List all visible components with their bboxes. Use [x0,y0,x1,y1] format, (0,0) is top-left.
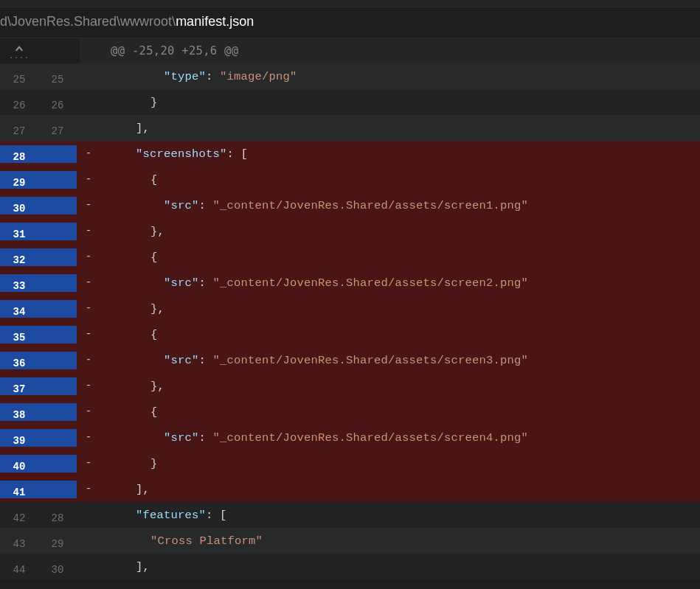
line-number-new: 30 [38,558,77,576]
diff-line[interactable]: 35-{ [0,321,700,347]
diff-line[interactable]: 33-"src": "_content/JovenRes.Shared/asse… [0,270,700,296]
gutter: 4329 [0,532,77,550]
diff-marker: - [80,302,97,315]
line-number-new: 29 [38,532,77,550]
line-number-new [38,197,77,215]
code-content: "src": "_content/JovenRes.Shared/assets/… [97,199,700,212]
diff-marker: - [80,225,97,237]
expand-hunk-icon[interactable]: .... [0,38,38,63]
diff-line[interactable]: 29-{ [0,167,700,192]
line-number-old: 27 [0,119,38,137]
line-number-old: 42 [0,506,38,524]
diff-marker: - [80,173,97,186]
diff-line[interactable]: 30-"src": "_content/JovenRes.Shared/asse… [0,192,700,218]
line-number-new [38,248,77,266]
line-number-new [38,300,77,318]
diff-line[interactable]: 41-], [0,476,700,502]
diff-line[interactable]: 2525"type": "image/png" [0,63,700,89]
diff-line[interactable]: 31-}, [0,218,700,244]
line-number-old: 41 [0,481,38,498]
line-number-new [38,171,77,189]
code-content: "src": "_content/JovenRes.Shared/assets/… [97,276,700,290]
diff-marker: - [80,354,97,366]
line-number-new [38,403,77,421]
line-number-old: 39 [0,429,38,447]
diff-line[interactable]: 28-"screenshots": [ [0,141,700,167]
line-number-new [38,274,77,292]
line-number-old: 38 [0,403,38,421]
line-number-new [38,145,77,163]
gutter: 39 [0,429,77,447]
gutter: 34 [0,300,77,318]
line-number-old: 30 [0,197,38,215]
gutter: 32 [0,248,77,266]
gutter: 2525 [0,68,77,86]
diff-line[interactable]: 2727], [0,115,700,141]
gutter: 41 [0,481,77,498]
gutter: 2626 [0,94,77,111]
diff-marker: - [80,147,97,160]
code-content: }, [97,225,700,238]
code-content: ], [97,122,700,135]
diff-lines: 2525"type": "image/png"2626}2727],28-"sc… [0,63,700,579]
diff-line[interactable]: 39-"src": "_content/JovenRes.Shared/asse… [0,425,700,450]
gutter: 31 [0,223,77,240]
diff-marker: - [80,251,97,263]
file-path-dir: d\JovenRes.Shared\wwwroot\ [0,14,176,29]
code-content: "src": "_content/JovenRes.Shared/assets/… [97,354,700,367]
diff-line[interactable]: 38-{ [0,399,700,425]
gutter: 40 [0,455,77,473]
gutter: 28 [0,145,77,163]
diff-marker: - [80,405,97,418]
diff-line[interactable]: 4430], [0,554,700,579]
gutter: 2727 [0,119,77,137]
line-number-old: 35 [0,326,38,344]
code-content: } [97,457,700,470]
gutter: 35 [0,326,77,344]
code-content: ], [97,483,700,496]
gutter: 37 [0,377,77,395]
hunk-range: @@ -25,20 +25,6 @@ [80,38,700,63]
diff-line[interactable]: 32-{ [0,244,700,270]
code-content: "type": "image/png" [97,70,700,83]
line-number-new [38,455,77,473]
diff-line[interactable]: 36-"src": "_content/JovenRes.Shared/asse… [0,347,700,373]
line-number-old: 31 [0,223,38,240]
diff-line[interactable]: 4329"Cross Platform" [0,528,700,554]
line-number-old: 25 [0,68,38,86]
code-content: { [97,173,700,187]
hunk-header[interactable]: .... @@ -25,20 +25,6 @@ [0,38,700,63]
line-number-new: 27 [38,119,77,137]
diff-line[interactable]: 40-} [0,450,700,476]
diff-line[interactable]: 4228"features": [ [0,502,700,528]
line-number-new: 26 [38,94,77,111]
diff-line[interactable]: 34-}, [0,296,700,321]
line-number-new [38,223,77,240]
code-content: { [97,328,700,341]
line-number-old: 32 [0,248,38,266]
line-number-old: 34 [0,300,38,318]
diff-marker: - [80,457,97,470]
line-number-new: 28 [38,506,77,524]
code-content: }, [97,302,700,316]
diff-line[interactable]: 2626} [0,89,700,115]
diff-marker: - [80,380,97,392]
tab-bar-spacer [0,0,700,7]
line-number-old: 33 [0,274,38,292]
gutter: 30 [0,197,77,215]
line-number-new [38,429,77,447]
file-header: d\JovenRes.Shared\wwwroot\manifest.json [0,7,700,38]
line-number-new [38,326,77,344]
diff-marker: - [80,199,97,212]
code-content: "features": [ [97,509,700,522]
gutter: 33 [0,274,77,292]
code-content: "Cross Platform" [97,534,700,548]
diff-line[interactable]: 37-}, [0,373,700,399]
gutter: 4430 [0,558,77,576]
diff-marker: - [80,328,97,341]
code-content: }, [97,380,700,393]
gutter-spacer [38,38,77,63]
line-number-new [38,377,77,395]
diff-marker: - [80,431,97,444]
line-number-new: 25 [38,68,77,86]
